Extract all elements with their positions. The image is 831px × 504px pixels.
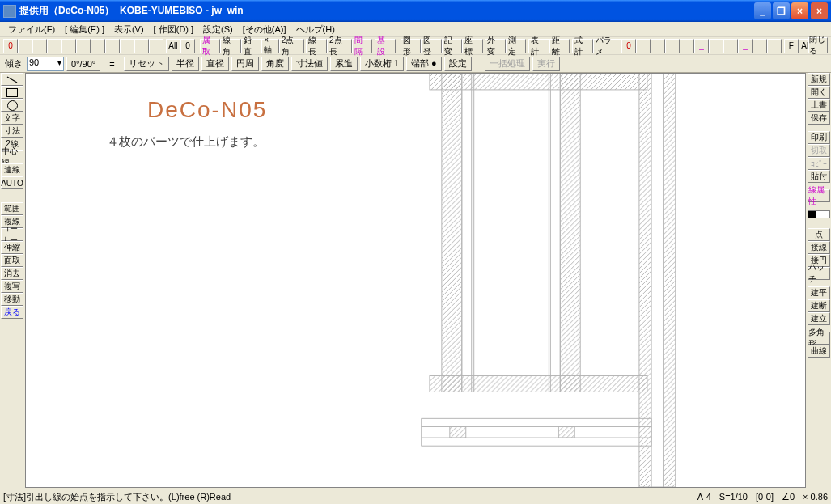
tool-zukei[interactable]: 図形: [401, 39, 421, 53]
tool-chamfer[interactable]: 面取: [1, 254, 23, 267]
palette-btn[interactable]: [105, 39, 120, 53]
tool-sencho[interactable]: 線長: [306, 39, 326, 53]
tool-hyokei[interactable]: 表計: [528, 39, 549, 53]
tool-plan[interactable]: 建平: [808, 286, 830, 299]
cumulative-button[interactable]: 累進: [330, 57, 358, 71]
palette-btn[interactable]: [76, 39, 91, 53]
tool-dimension[interactable]: 寸法: [1, 125, 23, 138]
maximize-button[interactable]: ❐: [773, 2, 790, 19]
palette-btn[interactable]: [32, 39, 47, 53]
tool-copy[interactable]: 複写: [1, 280, 23, 293]
tool-extend[interactable]: 伸縮: [1, 241, 23, 254]
menu-edit[interactable]: [ 編集(E) ]: [60, 22, 109, 37]
layer-0-button-r[interactable]: 0: [621, 39, 636, 53]
tool-point[interactable]: 点: [808, 228, 830, 241]
file-open-button[interactable]: 開く: [808, 86, 830, 99]
all-button[interactable]: All: [166, 39, 180, 53]
tool-move[interactable]: 移動: [1, 293, 23, 306]
circumference-button[interactable]: 円周: [231, 57, 259, 71]
zero-indicator[interactable]: 0: [180, 39, 195, 53]
tool-2tenkaku[interactable]: 2点角: [279, 39, 304, 53]
cut-button[interactable]: 切取: [808, 144, 830, 157]
palette-btn[interactable]: [18, 39, 32, 53]
file-saveas-button[interactable]: 保存: [808, 112, 830, 125]
tool-elevation[interactable]: 建立: [808, 312, 830, 325]
batch-button[interactable]: 一括処理: [485, 57, 530, 71]
tool-erase[interactable]: 消去: [1, 267, 23, 280]
tool-corner[interactable]: コーナー: [1, 228, 23, 241]
tool-range[interactable]: 範囲: [1, 202, 23, 215]
dim-value-button[interactable]: 寸法値: [291, 57, 328, 71]
palette-btn-r[interactable]: _: [738, 39, 753, 53]
radius-button[interactable]: 半径: [172, 57, 199, 71]
drawing-canvas[interactable]: DeCo-N05 ４枚のパーツで仕上げます。: [25, 73, 806, 488]
settings-button[interactable]: 設定: [444, 57, 472, 71]
palette-btn-r[interactable]: [651, 39, 665, 53]
palette-btn[interactable]: [149, 39, 163, 53]
menu-draw[interactable]: [ 作図(D) ]: [149, 22, 199, 37]
layer-0-button[interactable]: 0: [3, 39, 18, 53]
tool-section[interactable]: 建断: [808, 299, 830, 312]
document-close-button[interactable]: ×: [811, 2, 828, 19]
f-button[interactable]: F: [784, 39, 799, 53]
tool-xjiku[interactable]: ×軸: [261, 39, 278, 53]
line-style-preview[interactable]: [808, 210, 830, 218]
decimal-button[interactable]: 小数桁 1: [360, 57, 404, 71]
tool-rectangle[interactable]: [1, 86, 23, 99]
tool-enchoku[interactable]: 鉛直: [241, 39, 261, 53]
tool-2tencho[interactable]: 2点長: [327, 39, 352, 53]
file-new-button[interactable]: 新規: [808, 73, 830, 86]
tool-kihen[interactable]: 記変: [442, 39, 462, 53]
line-attr-button[interactable]: 線属性: [808, 189, 830, 202]
tool-line[interactable]: [1, 73, 23, 86]
tool-kyori[interactable]: 距離: [549, 39, 570, 53]
tool-zutoroku[interactable]: 図登: [421, 39, 441, 53]
palette-btn[interactable]: [120, 39, 134, 53]
paste-button[interactable]: 貼付: [808, 170, 830, 183]
palette-btn[interactable]: [134, 39, 149, 53]
tool-senkaku[interactable]: 線角: [220, 39, 240, 53]
tool-hatch[interactable]: ハッチ: [808, 267, 830, 280]
tool-param[interactable]: パラメ: [593, 39, 621, 53]
palette-btn-r[interactable]: [680, 39, 694, 53]
copy-button[interactable]: ｺﾋﾟｰ: [808, 157, 830, 170]
tool-polygon[interactable]: 多角形: [808, 332, 830, 345]
execute-button[interactable]: 実行: [532, 57, 560, 71]
diameter-button[interactable]: 直径: [201, 57, 229, 71]
tool-circle[interactable]: [1, 99, 23, 112]
angle-toggle-button[interactable]: 0°/90°: [66, 57, 100, 71]
tool-undo[interactable]: 戻る: [1, 306, 23, 319]
palette-btn-r[interactable]: [753, 39, 767, 53]
print-button[interactable]: 印刷: [808, 131, 830, 144]
tool-tangent[interactable]: 接線: [808, 241, 830, 254]
file-save-button[interactable]: 上書: [808, 99, 830, 112]
palette-btn-r[interactable]: [709, 39, 723, 53]
palette-btn-r[interactable]: [636, 39, 651, 53]
palette-btn-r[interactable]: [723, 39, 738, 53]
tool-sokutei[interactable]: 測定: [506, 39, 526, 53]
attr-get-button[interactable]: 属取: [200, 39, 220, 53]
close-label[interactable]: 閉じる: [808, 37, 828, 53]
menu-file[interactable]: ファイル(F): [3, 22, 60, 37]
tool-kankaku[interactable]: 間隔: [352, 39, 372, 53]
close-button[interactable]: ×: [791, 2, 808, 19]
palette-btn[interactable]: [47, 39, 61, 53]
tool-auto[interactable]: AUTO: [1, 176, 23, 189]
end-mark-button[interactable]: 端部 ●: [406, 57, 442, 71]
menu-view[interactable]: 表示(V): [109, 22, 149, 37]
tool-polyline[interactable]: 連線: [1, 163, 23, 176]
tool-gaihen[interactable]: 外変: [485, 39, 505, 53]
tool-zahyo[interactable]: 座標: [462, 39, 482, 53]
tool-text[interactable]: 文字: [1, 112, 23, 125]
tool-shiki[interactable]: 式計: [572, 39, 592, 53]
minimize-button[interactable]: _: [754, 2, 771, 19]
tool-centerline[interactable]: 中心線: [1, 150, 23, 163]
palette-btn-r[interactable]: [767, 39, 782, 53]
reset-button[interactable]: リセット: [124, 57, 169, 71]
palette-btn-r[interactable]: _: [694, 39, 709, 53]
palette-btn[interactable]: [61, 39, 76, 53]
angle-button[interactable]: 角度: [261, 57, 289, 71]
palette-btn[interactable]: [91, 39, 105, 53]
palette-btn-r[interactable]: [665, 39, 680, 53]
slope-select[interactable]: 90: [27, 57, 64, 71]
